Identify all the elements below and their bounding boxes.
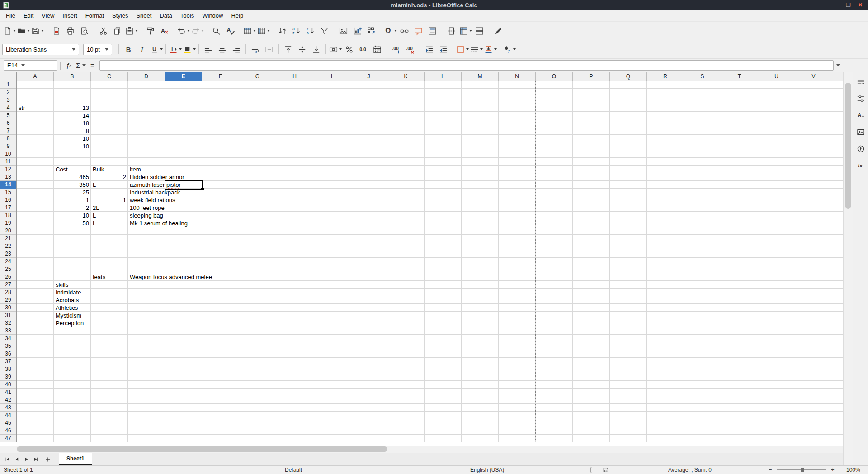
column-header-S[interactable]: S	[684, 72, 721, 81]
column-header-T[interactable]: T	[721, 72, 758, 81]
row-header-4[interactable]: 4	[0, 104, 16, 112]
zoom-slider-thumb[interactable]	[801, 468, 804, 472]
row-header-45[interactable]: 45	[0, 419, 16, 427]
column-header-A[interactable]: A	[17, 72, 54, 81]
insert-rows-button[interactable]	[242, 24, 256, 38]
cell-B5[interactable]: 14	[54, 112, 91, 119]
font-name-combo[interactable]: Liberation Sans	[2, 44, 79, 55]
italic-button[interactable]: I	[135, 43, 149, 56]
clone-formatting-button[interactable]	[143, 24, 157, 38]
row-header-24[interactable]: 24	[0, 258, 16, 265]
column-header-C[interactable]: C	[91, 72, 128, 81]
row-header-29[interactable]: 29	[0, 296, 16, 304]
first-sheet-button[interactable]	[3, 455, 12, 464]
wrap-text-button[interactable]	[248, 43, 262, 56]
underline-button[interactable]: U	[149, 43, 163, 56]
insert-image-button[interactable]	[336, 24, 350, 38]
menu-edit[interactable]: Edit	[19, 10, 38, 21]
column-header-K[interactable]: K	[387, 72, 425, 81]
menu-format[interactable]: Format	[81, 10, 108, 21]
column-header-U[interactable]: U	[758, 72, 795, 81]
cell-B17[interactable]: 2	[54, 204, 91, 212]
cell-B18[interactable]: 10	[54, 212, 91, 219]
align-bottom-button[interactable]	[309, 43, 323, 56]
close-button[interactable]: ✕	[858, 0, 863, 10]
cell-C18[interactable]: L	[91, 212, 96, 219]
sort-descending-button[interactable]: za	[303, 24, 317, 38]
vertical-scrollbar-thumb[interactable]	[845, 83, 851, 209]
conditional-formatting-button[interactable]: ≠	[502, 43, 516, 56]
find-replace-button[interactable]	[209, 24, 223, 38]
grid-corner-box[interactable]	[0, 72, 17, 81]
insert-columns-button[interactable]	[256, 24, 270, 38]
headers-footers-button[interactable]	[425, 24, 439, 38]
column-header-L[interactable]: L	[425, 72, 462, 81]
new-button[interactable]	[2, 24, 16, 38]
menu-help[interactable]: Help	[227, 10, 247, 21]
last-sheet-button[interactable]	[31, 455, 41, 464]
row-header-41[interactable]: 41	[0, 389, 16, 396]
row-header-28[interactable]: 28	[0, 289, 16, 296]
cell-B19[interactable]: 50	[54, 219, 91, 227]
row-header-22[interactable]: 22	[0, 242, 16, 250]
open-button[interactable]	[16, 24, 30, 38]
row-header-38[interactable]: 38	[0, 365, 16, 373]
border-style-button[interactable]	[469, 43, 483, 56]
decrease-indent-button[interactable]	[436, 43, 450, 56]
menu-window[interactable]: Window	[198, 10, 227, 21]
cut-button[interactable]	[96, 24, 110, 38]
export-pdf-button[interactable]	[49, 24, 63, 38]
cell-B15[interactable]: 25	[54, 189, 91, 196]
column-header-N[interactable]: N	[499, 72, 536, 81]
row-header-11[interactable]: 11	[0, 158, 16, 166]
horizontal-scrollbar[interactable]	[0, 446, 843, 453]
row-header-44[interactable]: 44	[0, 412, 16, 419]
styles-tab[interactable]: A	[855, 110, 867, 121]
formula-equals-button[interactable]: =	[88, 60, 96, 71]
cell-B27[interactable]: skills	[54, 281, 68, 289]
formula-input-line[interactable]	[99, 60, 834, 71]
page-style[interactable]: Default	[285, 466, 302, 474]
save-button[interactable]	[30, 24, 44, 38]
cell-B6[interactable]: 18	[54, 119, 91, 127]
column-header-O[interactable]: O	[536, 72, 573, 81]
row-header-2[interactable]: 2	[0, 89, 16, 96]
row-header-46[interactable]: 46	[0, 427, 16, 435]
increase-indent-button[interactable]	[422, 43, 436, 56]
paste-button[interactable]	[124, 24, 138, 38]
insert-page-break-button[interactable]	[444, 24, 458, 38]
previous-sheet-button[interactable]	[12, 455, 22, 464]
undo-button[interactable]	[176, 24, 190, 38]
row-header-43[interactable]: 43	[0, 404, 16, 412]
cell-B28[interactable]: Intimidate	[54, 289, 81, 296]
minimize-button[interactable]: —	[833, 0, 839, 10]
split-window-button[interactable]	[472, 24, 486, 38]
row-header-16[interactable]: 16	[0, 196, 16, 204]
autofilter-button[interactable]	[317, 24, 331, 38]
column-header-F[interactable]: F	[202, 72, 239, 81]
insert-chart-button[interactable]	[350, 24, 364, 38]
column-header-V[interactable]: V	[795, 72, 832, 81]
select-sum-button[interactable]: Σ	[74, 60, 88, 71]
cell-D17[interactable]: 100 feet rope	[128, 204, 165, 212]
format-number-button[interactable]: 0.0	[356, 43, 370, 56]
row-header-23[interactable]: 23	[0, 250, 16, 258]
selection-mode-indicator[interactable]	[588, 466, 594, 474]
menu-file[interactable]: File	[2, 10, 19, 21]
align-center-button[interactable]	[215, 43, 229, 56]
cell-D19[interactable]: Mk 1 serum of healing	[128, 219, 188, 227]
align-left-button[interactable]	[201, 43, 215, 56]
cell-D12[interactable]: item	[128, 166, 141, 173]
cell-C17[interactable]: 2L	[91, 204, 99, 212]
row-header-37[interactable]: 37	[0, 358, 16, 365]
row-header-10[interactable]: 10	[0, 150, 16, 158]
align-right-button[interactable]	[229, 43, 243, 56]
cell-B13[interactable]: 465	[54, 173, 91, 181]
cell-B29[interactable]: Acrobats	[54, 296, 79, 304]
cell-C26[interactable]: feats	[91, 273, 105, 281]
highlighting-color-button[interactable]	[182, 43, 196, 56]
cell-C14[interactable]: L	[91, 181, 96, 189]
row-header-36[interactable]: 36	[0, 350, 16, 358]
menu-insert[interactable]: Insert	[58, 10, 81, 21]
font-size-combo[interactable]: 10 pt	[83, 44, 112, 55]
